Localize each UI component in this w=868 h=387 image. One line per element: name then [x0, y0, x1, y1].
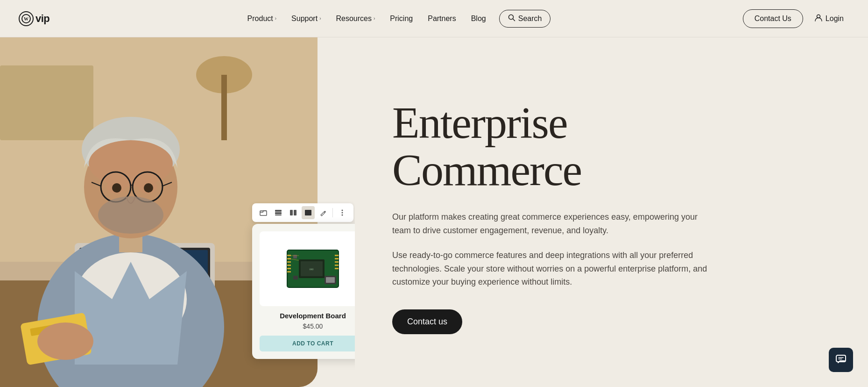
nav-product[interactable]: Product › — [242, 11, 282, 27]
svg-rect-48 — [287, 255, 291, 256]
contact-us-button[interactable]: Contact Us — [743, 9, 803, 28]
vip-logo-text: vip — [35, 13, 49, 25]
nav-blog[interactable]: Blog — [466, 11, 492, 27]
hero-title-line1: Enterprise — [392, 98, 567, 148]
svg-point-27 — [112, 183, 121, 193]
toolbar-rows-icon[interactable] — [272, 206, 285, 219]
nav-resources[interactable]: Resources › — [330, 11, 381, 27]
header: W vip Product › Support › Resources › Pr… — [0, 0, 868, 37]
product-card: UNO — [252, 224, 355, 359]
svg-rect-54 — [335, 255, 339, 256]
svg-line-3 — [513, 19, 515, 21]
svg-rect-56 — [335, 261, 339, 263]
wp-logo: W vip — [19, 11, 49, 26]
svg-rect-34 — [275, 210, 282, 212]
hero-title: Enterprise Commerce — [392, 100, 831, 194]
toolbar-pen-icon[interactable] — [317, 206, 330, 219]
hero-body: Use ready-to-go commerce features and de… — [392, 249, 710, 289]
svg-rect-60 — [326, 277, 335, 283]
login-label: Login — [826, 14, 844, 23]
search-button[interactable]: Search — [499, 10, 551, 28]
product-card-stack: UNO — [252, 224, 355, 359]
svg-rect-55 — [335, 258, 339, 259]
svg-point-42 — [342, 215, 343, 216]
svg-rect-62 — [293, 255, 297, 258]
svg-rect-37 — [290, 210, 293, 215]
svg-rect-57 — [335, 265, 339, 266]
chat-icon — [835, 353, 847, 367]
svg-point-41 — [342, 212, 343, 214]
svg-text:W: W — [24, 16, 28, 22]
logo[interactable]: W vip — [19, 11, 49, 26]
toolbar-split-icon[interactable] — [287, 206, 300, 219]
resources-chevron-icon: › — [374, 16, 375, 21]
nav-partners-label: Partners — [428, 14, 456, 23]
toolbar-folder-icon[interactable] — [257, 206, 270, 219]
svg-rect-50 — [287, 261, 291, 263]
toolbar-more-icon[interactable] — [336, 206, 349, 219]
nav-product-label: Product — [247, 14, 273, 23]
nav-support[interactable]: Support › — [286, 11, 326, 27]
svg-rect-35 — [275, 212, 282, 214]
header-actions: Contact Us Login — [743, 9, 849, 28]
login-button[interactable]: Login — [809, 10, 849, 28]
svg-rect-49 — [287, 258, 291, 259]
svg-rect-53 — [287, 271, 291, 272]
svg-rect-9 — [221, 75, 227, 140]
nav-pricing[interactable]: Pricing — [384, 11, 418, 27]
main-nav: Product › Support › Resources › Pricing … — [242, 10, 551, 28]
search-icon — [508, 14, 515, 23]
svg-rect-61 — [293, 276, 298, 280]
svg-point-40 — [342, 210, 343, 211]
svg-rect-7 — [0, 65, 93, 140]
nav-support-label: Support — [291, 14, 318, 23]
hero-text-section: Enterprise Commerce Our platform makes c… — [355, 37, 868, 387]
svg-point-32 — [37, 322, 93, 360]
toolbar-fill-icon[interactable] — [302, 206, 315, 219]
add-to-cart-button[interactable]: ADD TO CART — [260, 336, 355, 351]
card-toolbar — [252, 203, 353, 222]
nav-partners[interactable]: Partners — [422, 11, 461, 27]
nav-blog-label: Blog — [471, 14, 486, 23]
main-content: UNO — [0, 37, 868, 387]
product-name: Development Board — [260, 312, 355, 320]
product-image-area: UNO — [260, 231, 355, 306]
product-image: UNO — [285, 248, 341, 290]
svg-rect-51 — [287, 265, 291, 266]
user-icon — [814, 14, 823, 24]
wp-icon: W — [19, 11, 34, 26]
product-card-overlay: UNO — [252, 203, 355, 359]
toolbar-separator — [332, 208, 333, 217]
hero-subtitle: Our platform makes creating great commer… — [392, 210, 710, 237]
svg-point-29 — [98, 196, 163, 234]
svg-rect-39 — [305, 210, 311, 215]
svg-rect-58 — [335, 268, 339, 269]
svg-rect-36 — [275, 215, 282, 215]
hero-contact-us-button[interactable]: Contact us — [392, 309, 462, 334]
nav-pricing-label: Pricing — [390, 14, 413, 23]
support-chevron-icon: › — [319, 16, 321, 21]
search-label: Search — [518, 14, 542, 23]
hero-title-line2: Commerce — [392, 145, 581, 195]
hero-image-section: UNO — [0, 37, 355, 387]
svg-rect-38 — [294, 210, 296, 215]
svg-text:UNO: UNO — [309, 268, 313, 271]
nav-resources-label: Resources — [336, 14, 371, 23]
chat-widget[interactable] — [829, 348, 853, 372]
svg-point-28 — [144, 183, 153, 193]
product-chevron-icon: › — [275, 16, 276, 21]
product-price: $45.00 — [260, 322, 355, 330]
svg-rect-52 — [287, 268, 291, 269]
